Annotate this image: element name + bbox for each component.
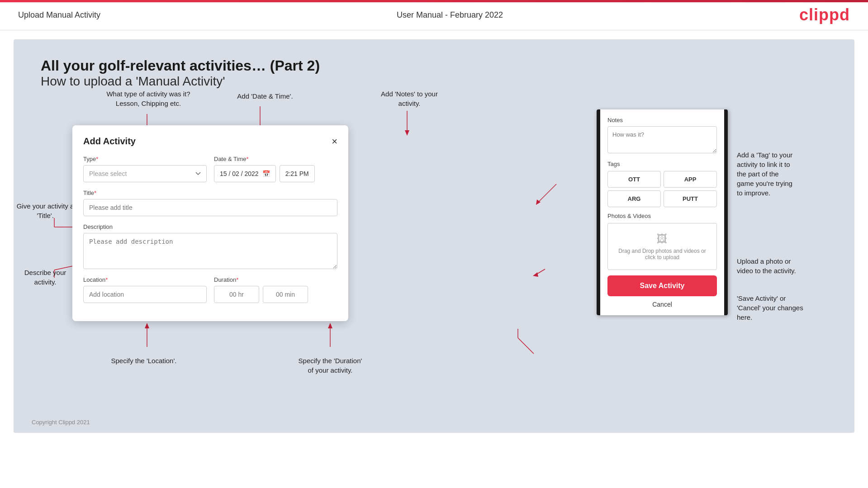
date-value: 15 / 02 / 2022 <box>220 170 259 177</box>
description-label: Description <box>83 223 337 230</box>
svg-marker-25 <box>533 272 538 277</box>
manual-title: User Manual - February 2022 <box>397 10 503 20</box>
annotation-activity-type: What type of activity was it? Lesson, Ch… <box>103 89 194 108</box>
duration-label: Duration* <box>214 276 337 283</box>
form-group-description: Description <box>83 223 337 269</box>
form-row-type-date: Type* Please select Date & Time* 15 / 02… <box>83 156 337 182</box>
annotation-describe: Describe your activity. <box>14 268 77 287</box>
svg-line-24 <box>536 269 545 275</box>
svg-marker-14 <box>145 323 149 328</box>
photos-drop-text: Drag and Drop photos and videos or click… <box>618 248 706 261</box>
tag-ott[interactable]: OTT <box>607 171 661 188</box>
svg-line-21 <box>518 338 534 354</box>
location-input[interactable] <box>83 286 207 303</box>
save-activity-button[interactable]: Save Activity <box>607 275 717 296</box>
datetime-label: Date & Time* <box>214 156 337 162</box>
date-time-group: 15 / 02 / 2022 📅 2:21 PM <box>214 165 337 182</box>
form-group-title: Title* <box>83 190 337 216</box>
photo-icon: 🖼 <box>612 232 712 245</box>
top-accent <box>0 0 868 2</box>
annotation-upload: Upload a photo or video to the activity. <box>737 256 845 275</box>
phone-panel: Notes Tags OTT APP ARG PUTT Photos & Vid… <box>597 109 728 315</box>
svg-marker-23 <box>536 199 541 205</box>
page-title: Upload Manual Activity <box>18 10 100 20</box>
location-label: Location* <box>83 276 207 283</box>
notes-textarea[interactable] <box>607 126 717 153</box>
svg-marker-17 <box>328 323 332 328</box>
dialog-title: Add Activity <box>83 136 136 147</box>
form-group-datetime: Date & Time* 15 / 02 / 2022 📅 2:21 PM <box>214 156 337 182</box>
right-annotations: Add a 'Tag' to your activity to link it … <box>737 109 845 340</box>
form-row-title: Title* <box>83 190 337 216</box>
time-value: 2:21 PM <box>285 170 309 177</box>
form-row-description: Description <box>83 223 337 269</box>
title-label: Title* <box>83 190 337 196</box>
main-content: All your golf-relevant activities… (Part… <box>14 39 854 433</box>
type-select[interactable]: Please select <box>83 165 207 182</box>
time-field[interactable]: 2:21 PM <box>280 165 315 182</box>
tags-grid: OTT APP ARG PUTT <box>607 171 717 207</box>
tags-section-label: Tags <box>607 161 717 167</box>
svg-marker-19 <box>405 130 409 136</box>
form-row-location-duration: Location* Duration* <box>83 276 337 303</box>
annotation-tag: Add a 'Tag' to your activity to link it … <box>737 150 845 198</box>
form-group-type: Type* Please select <box>83 156 207 182</box>
duration-group <box>214 286 337 303</box>
form-group-duration: Duration* <box>214 276 337 303</box>
annotation-save-cancel: 'Save Activity' or 'Cancel' your changes… <box>737 294 845 322</box>
notes-section-label: Notes <box>607 117 717 123</box>
type-label: Type* <box>83 156 207 162</box>
tag-app[interactable]: APP <box>664 171 717 188</box>
annotation-duration: Specify the 'Duration' of your activity. <box>274 356 387 375</box>
svg-line-22 <box>538 184 556 202</box>
title-input[interactable] <box>83 199 337 216</box>
heading-sub: How to upload a 'Manual Activity' <box>41 74 827 89</box>
close-button[interactable]: × <box>332 137 337 147</box>
description-textarea[interactable] <box>83 233 337 269</box>
heading-bold: All your golf-relevant activities… (Part… <box>41 57 827 74</box>
page-heading: All your golf-relevant activities… (Part… <box>41 57 827 89</box>
tag-putt[interactable]: PUTT <box>664 190 717 207</box>
copyright: Copyright Clippd 2021 <box>32 419 90 426</box>
photos-section-label: Photos & Videos <box>607 213 717 219</box>
calendar-icon[interactable]: 📅 <box>262 170 270 177</box>
date-field[interactable]: 15 / 02 / 2022 📅 <box>214 165 276 182</box>
add-activity-dialog: Add Activity × Type* Please select Date … <box>72 125 348 321</box>
duration-min-input[interactable] <box>263 286 308 303</box>
tag-arg[interactable]: ARG <box>607 190 661 207</box>
cancel-link[interactable]: Cancel <box>607 301 717 308</box>
photos-drop-zone[interactable]: 🖼 Drag and Drop photos and videos or cli… <box>607 223 717 270</box>
dialog-header: Add Activity × <box>83 136 337 147</box>
top-bar: Upload Manual Activity User Manual - Feb… <box>0 0 868 30</box>
annotation-date-time: Add 'Date & Time'. <box>220 91 310 101</box>
form-group-location: Location* <box>83 276 207 303</box>
annotation-title: Give your activity a 'Title'. <box>14 201 77 220</box>
annotation-notes: Add 'Notes' to your activity. <box>364 89 455 108</box>
clippd-logo: clippd <box>799 5 850 24</box>
duration-hr-input[interactable] <box>214 286 259 303</box>
annotation-location: Specify the 'Location'. <box>99 356 189 365</box>
